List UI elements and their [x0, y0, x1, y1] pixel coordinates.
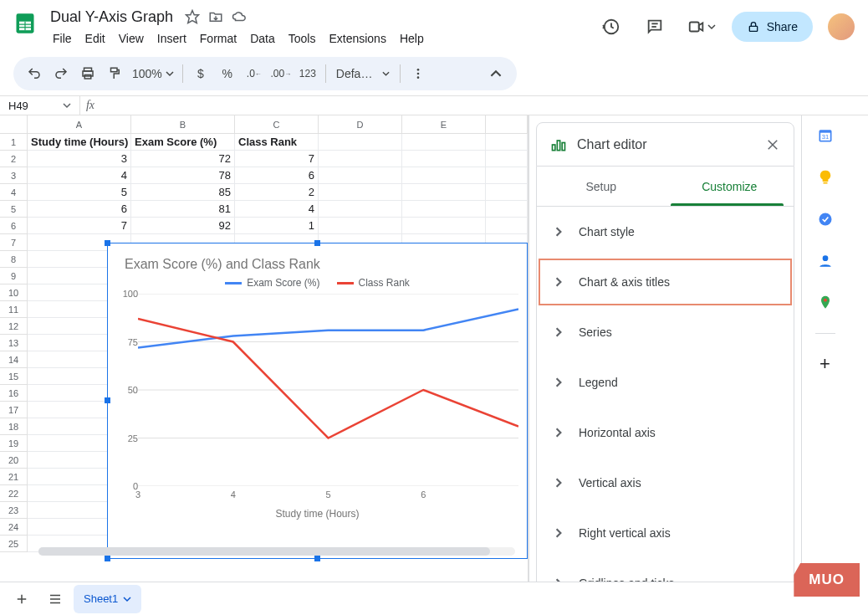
menu-help[interactable]: Help: [394, 28, 430, 49]
menu-tools[interactable]: Tools: [283, 28, 322, 49]
menu-file[interactable]: File: [47, 28, 78, 49]
contacts-addon-icon[interactable]: [814, 249, 837, 273]
history-icon[interactable]: [595, 10, 628, 44]
account-avatar[interactable]: [828, 13, 855, 40]
font-select[interactable]: Defaul…: [331, 67, 395, 80]
sheet-tab[interactable]: Sheet1: [74, 585, 141, 613]
menu-extensions[interactable]: Extensions: [323, 28, 391, 49]
undo-button[interactable]: [22, 61, 47, 86]
sheets-logo[interactable]: [8, 7, 42, 40]
menu-data[interactable]: Data: [244, 28, 281, 49]
paint-format-button[interactable]: [102, 61, 127, 86]
cloud-status-icon[interactable]: [232, 9, 247, 24]
cell[interactable]: 85: [131, 184, 235, 201]
menu-view[interactable]: View: [113, 28, 150, 49]
cell[interactable]: 81: [131, 201, 235, 218]
row-header[interactable]: 5: [0, 201, 28, 218]
cell[interactable]: 4: [28, 167, 131, 184]
cell[interactable]: [319, 218, 402, 234]
cell[interactable]: [319, 151, 402, 167]
editor-section[interactable]: Vertical axis: [537, 458, 794, 508]
cell[interactable]: 7: [28, 218, 131, 234]
more-tools-button[interactable]: [406, 61, 431, 86]
editor-section[interactable]: Legend: [537, 357, 794, 407]
row-header[interactable]: 16: [0, 385, 28, 402]
row-header[interactable]: 15: [0, 368, 28, 385]
col-header-F[interactable]: [486, 115, 528, 133]
cell[interactable]: [486, 151, 528, 167]
add-sheet-button[interactable]: [7, 584, 37, 614]
cell[interactable]: [319, 134, 402, 151]
row-header[interactable]: 25: [0, 536, 28, 552]
cell[interactable]: 4: [235, 201, 319, 218]
row-header[interactable]: 21: [0, 469, 28, 485]
move-icon[interactable]: [208, 9, 223, 24]
editor-section[interactable]: Series: [537, 307, 794, 357]
row-header[interactable]: 23: [0, 502, 28, 519]
cell[interactable]: [402, 134, 486, 151]
cell[interactable]: [486, 167, 528, 184]
row-header[interactable]: 20: [0, 452, 28, 469]
row-header[interactable]: 6: [0, 218, 28, 234]
row-header[interactable]: 7: [0, 234, 28, 251]
row-header[interactable]: 11: [0, 301, 28, 318]
row-header[interactable]: 12: [0, 318, 28, 335]
cell[interactable]: [486, 134, 528, 151]
keep-addon-icon[interactable]: [814, 166, 837, 189]
row-header[interactable]: 8: [0, 251, 28, 268]
currency-button[interactable]: $: [188, 61, 213, 86]
cell[interactable]: [402, 151, 486, 167]
cell[interactable]: Class Rank: [235, 134, 319, 151]
col-header-A[interactable]: A: [28, 115, 131, 133]
resize-handle[interactable]: [314, 240, 320, 246]
print-button[interactable]: [75, 61, 100, 86]
percent-button[interactable]: %: [215, 61, 240, 86]
row-header[interactable]: 24: [0, 519, 28, 536]
cell[interactable]: [402, 218, 486, 234]
increase-decimal-button[interactable]: .00→: [268, 61, 294, 86]
share-button[interactable]: Share: [732, 12, 813, 42]
editor-section[interactable]: Horizontal axis: [537, 407, 794, 458]
tab-setup[interactable]: Setup: [537, 167, 666, 206]
resize-handle[interactable]: [105, 240, 110, 246]
row-header[interactable]: 17: [0, 402, 28, 418]
row-header[interactable]: 10: [0, 284, 28, 301]
redo-button[interactable]: [49, 61, 74, 86]
cell[interactable]: Exam Score (%): [131, 134, 235, 151]
cell[interactable]: [402, 167, 486, 184]
row-header[interactable]: 13: [0, 335, 28, 351]
row-header[interactable]: 3: [0, 167, 28, 184]
collapse-toolbar-button[interactable]: [483, 61, 508, 86]
editor-section[interactable]: Chart & axis titles: [537, 257, 794, 307]
cell[interactable]: [319, 167, 402, 184]
editor-section[interactable]: Right vertical axis: [537, 508, 794, 558]
cell[interactable]: [486, 184, 528, 201]
more-formats-button[interactable]: 123: [295, 61, 320, 86]
meet-icon[interactable]: [682, 10, 722, 44]
cell[interactable]: 6: [28, 201, 131, 218]
row-header[interactable]: 1: [0, 134, 28, 151]
decrease-decimal-button[interactable]: .0←: [242, 61, 267, 86]
col-header-B[interactable]: B: [131, 115, 235, 133]
menu-insert[interactable]: Insert: [151, 28, 192, 49]
col-header-C[interactable]: C: [235, 115, 319, 133]
cell[interactable]: Study time (Hours): [28, 134, 131, 151]
cell[interactable]: 2: [235, 184, 319, 201]
row-header[interactable]: 9: [0, 268, 28, 284]
calendar-addon-icon[interactable]: 31: [814, 124, 837, 147]
tab-customize[interactable]: Customize: [666, 167, 794, 206]
row-header[interactable]: 2: [0, 151, 28, 167]
horizontal-scrollbar[interactable]: [38, 545, 515, 558]
menu-format[interactable]: Format: [194, 28, 243, 49]
maps-addon-icon[interactable]: [814, 291, 837, 315]
col-header-E[interactable]: E: [402, 115, 486, 133]
get-addons-button[interactable]: +: [814, 352, 837, 376]
row-header[interactable]: 4: [0, 184, 28, 201]
row-header[interactable]: 19: [0, 435, 28, 452]
name-box[interactable]: H49: [0, 96, 80, 115]
comments-icon[interactable]: [638, 10, 671, 44]
cell[interactable]: 1: [235, 218, 319, 234]
cell[interactable]: [402, 184, 486, 201]
cell[interactable]: 3: [28, 151, 131, 167]
tasks-addon-icon[interactable]: [814, 208, 837, 231]
